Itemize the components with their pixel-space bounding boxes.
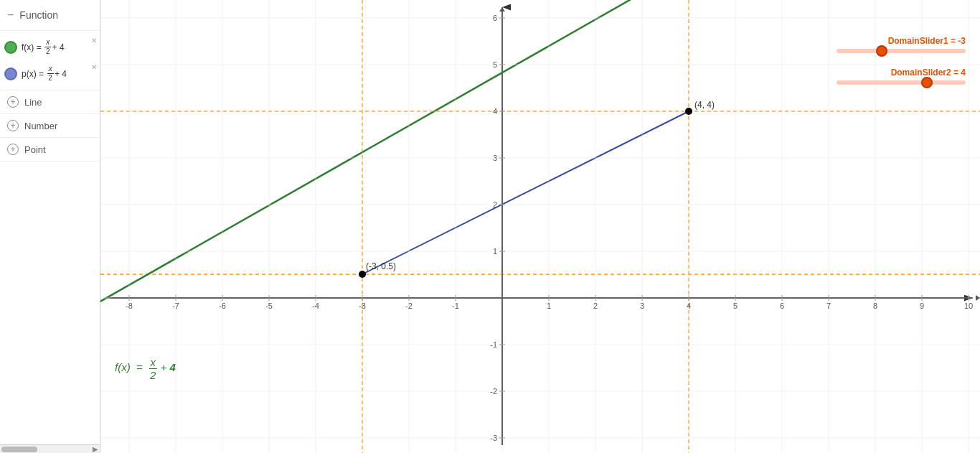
sidebar-scrollbar[interactable]: ▶ [0,444,100,453]
add-point-label: Point [24,144,46,155]
sidebar-title: Function [19,9,58,21]
function-const-p: + 4 [55,69,67,79]
function-label-p: p(x) = [22,69,44,79]
scroll-arrow-icon[interactable]: ▶ [93,445,98,453]
function-item-p: p(x) = x 2 + 4 ✕ [0,60,100,87]
slider1-track[interactable] [837,49,966,53]
function-expr-p: p(x) = x 2 + 4 [22,65,67,83]
function-label-f: f(x) = [22,42,42,52]
sidebar-header: − Function [0,0,100,31]
close-function-f[interactable]: ✕ [91,37,97,45]
functions-section: f(x) = x 2 + 4 ✕ p(x) = x 2 + 4 ✕ [0,31,100,90]
graph-canvas[interactable]: DomainSlider1 = -3 DomainSlider2 = 4 f(x… [100,0,980,453]
function-color-dot-p[interactable] [4,67,17,80]
add-number-label: Number [24,121,57,131]
add-number-row[interactable]: + Number [0,114,100,138]
close-function-p[interactable]: ✕ [91,63,97,71]
function-const-f: + 4 [52,42,65,52]
slider2-thumb[interactable] [921,77,933,88]
fraction-p: x 2 [47,65,54,83]
fraction-f: x 2 [44,38,52,56]
add-number-icon: + [7,120,19,131]
slider1-thumb[interactable] [876,45,887,57]
slider1-label: DomainSlider1 = -3 [888,36,966,46]
scrollbar-thumb[interactable] [1,447,37,452]
formula-label: f(x) = x2 + 4 [115,356,176,381]
add-line-label: Line [24,97,42,108]
add-point-icon: + [7,144,19,155]
sliders-panel: DomainSlider1 = -3 DomainSlider2 = 4 [837,36,966,85]
sidebar: − Function f(x) = x 2 + 4 ✕ p(x) = x [0,0,100,453]
add-line-row[interactable]: + Line [0,90,100,114]
slider1-row: DomainSlider1 = -3 [837,36,966,53]
slider2-label: DomainSlider2 = 4 [891,67,966,78]
function-color-dot-f[interactable] [4,41,17,54]
add-line-icon: + [7,96,19,108]
function-expr-f: f(x) = x 2 + 4 [22,38,65,56]
svg-line-12 [362,111,689,274]
function-item-f: f(x) = x 2 + 4 ✕ [0,34,100,60]
slider2-row: DomainSlider2 = 4 [837,67,966,85]
slider2-track[interactable] [837,80,966,85]
add-point-row[interactable]: + Point [0,138,100,162]
collapse-icon[interactable]: − [7,9,14,22]
